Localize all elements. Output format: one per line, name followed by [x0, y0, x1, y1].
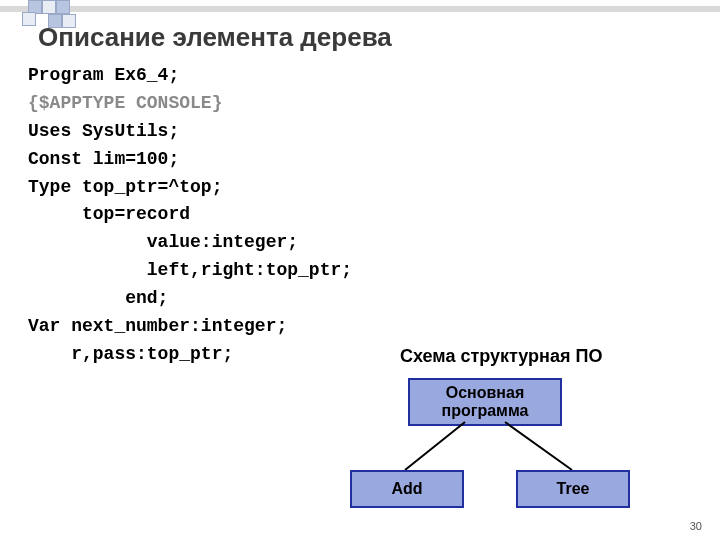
code-line: end; [28, 285, 352, 313]
code-line: value:integer; [28, 229, 352, 257]
code-line: Uses SysUtils; [28, 118, 352, 146]
diagram-connectors [350, 422, 630, 470]
svg-line-1 [505, 422, 572, 470]
diagram-right-box: Tree [516, 470, 630, 508]
code-line: r,pass:top_ptr; [28, 341, 352, 369]
code-block: Program Ex6_4; {$APPTYPE CONSOLE} Uses S… [28, 62, 352, 369]
diagram-root-box: Основная программа [408, 378, 562, 426]
page-number: 30 [690, 520, 702, 532]
code-line: {$APPTYPE CONSOLE} [28, 90, 352, 118]
code-line: Var next_number:integer; [28, 313, 352, 341]
code-line: Const lim=100; [28, 146, 352, 174]
code-line: Program Ex6_4; [28, 62, 352, 90]
diagram-left-box: Add [350, 470, 464, 508]
diagram-root-label: Основная программа [410, 384, 560, 421]
code-line: Type top_ptr=^top; [28, 174, 352, 202]
svg-line-0 [405, 422, 465, 470]
diagram-title: Схема структурная ПО [400, 346, 602, 367]
code-line: top=record [28, 201, 352, 229]
diagram-left-label: Add [391, 480, 422, 498]
code-line: left,right:top_ptr; [28, 257, 352, 285]
diagram-right-label: Tree [557, 480, 590, 498]
slide-title: Описание элемента дерева [38, 22, 392, 53]
